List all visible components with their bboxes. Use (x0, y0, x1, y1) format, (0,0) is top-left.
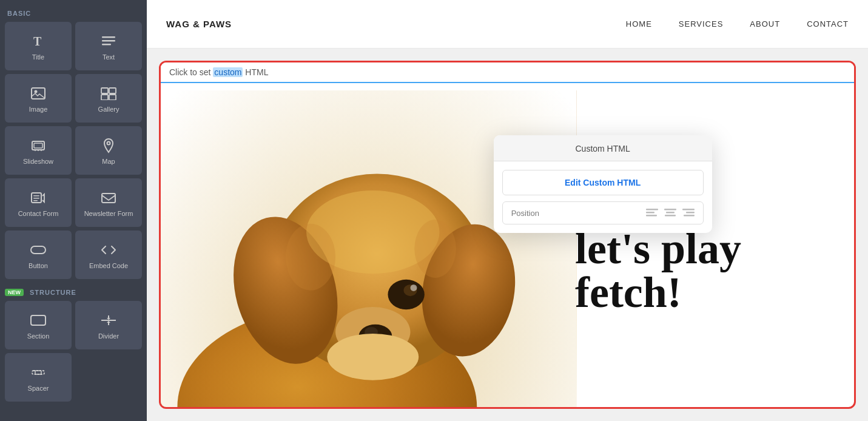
sidebar-item-newsletter[interactable]: Newsletter Form (75, 178, 142, 227)
sidebar-item-title[interactable]: T Title (5, 22, 72, 70)
sidebar-item-label-section: Section (27, 332, 50, 340)
svg-rect-22 (31, 315, 45, 325)
sidebar-item-label-map: Map (102, 158, 115, 165)
align-right-icon[interactable] (682, 208, 695, 218)
svg-point-45 (286, 224, 335, 291)
nav-services[interactable]: SERVICES (679, 19, 724, 29)
svg-point-12 (35, 150, 36, 151)
sidebar-item-label-title: Title (32, 53, 44, 61)
basic-items-grid: T Title Text (5, 22, 142, 279)
text-icon (99, 33, 118, 50)
svg-rect-49 (646, 215, 657, 217)
gallery-icon (99, 85, 118, 102)
custom-html-dialog: Custom HTML Edit Custom HTML Position (494, 135, 712, 233)
structure-items-grid: Section Divider S (5, 301, 142, 402)
dialog-body: Edit Custom HTML Position (494, 161, 712, 233)
position-label: Position (511, 209, 639, 218)
svg-point-13 (38, 150, 39, 151)
dialog-position-row: Position (502, 201, 704, 224)
svg-point-40 (410, 285, 417, 291)
svg-marker-26 (107, 318, 110, 320)
svg-rect-18 (33, 198, 39, 199)
sidebar-item-label-divider: Divider (98, 332, 119, 340)
svg-rect-9 (109, 95, 116, 100)
align-left-icon[interactable] (646, 208, 658, 218)
svg-rect-28 (32, 371, 44, 374)
svg-text:T: T (33, 35, 42, 48)
svg-rect-54 (686, 212, 695, 214)
sidebar-item-spacer[interactable]: Spacer (5, 353, 72, 402)
sidebar-item-label-slideshow: Slideshow (23, 158, 53, 165)
newsletter-icon (99, 189, 118, 206)
svg-rect-20 (102, 194, 115, 203)
embed-code-icon (99, 241, 118, 258)
brand-name: WAG & PAWS (166, 19, 232, 29)
svg-rect-11 (34, 143, 42, 148)
sidebar-item-label-text: Text (103, 53, 115, 61)
svg-rect-1 (102, 36, 115, 38)
sidebar-item-contact-form[interactable]: Contact Form (5, 178, 72, 227)
sidebar-item-label-image: Image (29, 106, 48, 113)
sidebar-item-label-embed-code: Embed Code (89, 262, 128, 269)
svg-rect-53 (682, 209, 695, 210)
spacer-icon (29, 364, 48, 381)
sidebar: BASIC T Title Text (0, 0, 147, 421)
svg-rect-21 (31, 246, 45, 254)
canvas-area: Click to set custom HTML (147, 49, 868, 421)
main-area: WAG & PAWS HOME SERVICES ABOUT CONTACT C… (147, 0, 868, 421)
image-icon (29, 85, 48, 102)
structure-section-label: STRUCTURE (30, 289, 76, 296)
sidebar-item-label-button: Button (29, 262, 48, 269)
svg-point-15 (107, 142, 110, 145)
sidebar-item-embed-code[interactable]: Embed Code (75, 231, 142, 279)
svg-rect-3 (102, 44, 111, 45)
svg-rect-29 (35, 371, 41, 374)
svg-point-46 (414, 220, 456, 278)
svg-point-14 (41, 150, 42, 151)
section-icon (29, 312, 48, 329)
custom-html-bar[interactable]: Click to set custom HTML (161, 62, 854, 83)
basic-section-label: BASIC (7, 10, 140, 17)
nav-home[interactable]: HOME (626, 19, 652, 29)
svg-rect-48 (646, 212, 654, 214)
svg-rect-55 (684, 215, 695, 217)
contact-form-icon (29, 189, 48, 206)
align-center-icon[interactable] (664, 208, 676, 218)
svg-rect-17 (33, 195, 39, 197)
sidebar-item-button[interactable]: Button (5, 231, 72, 279)
svg-marker-27 (107, 321, 110, 323)
svg-point-5 (35, 90, 38, 93)
sidebar-item-map[interactable]: Map (75, 126, 142, 175)
map-icon (99, 137, 118, 154)
svg-rect-47 (646, 209, 658, 210)
svg-rect-52 (665, 215, 676, 217)
svg-rect-19 (33, 200, 38, 201)
top-navigation: WAG & PAWS HOME SERVICES ABOUT CONTACT (147, 0, 868, 49)
sidebar-item-image[interactable]: Image (5, 74, 72, 123)
sidebar-item-label-gallery: Gallery (98, 106, 119, 113)
svg-point-44 (327, 334, 419, 380)
divider-icon (99, 312, 118, 329)
svg-rect-51 (666, 212, 675, 214)
sidebar-item-divider[interactable]: Divider (75, 301, 142, 349)
sidebar-item-text[interactable]: Text (75, 22, 142, 70)
sidebar-item-label-spacer: Spacer (28, 385, 49, 392)
button-icon (29, 241, 48, 258)
nav-about[interactable]: ABOUT (750, 19, 780, 29)
svg-rect-6 (101, 88, 108, 93)
edit-custom-html-button[interactable]: Edit Custom HTML (502, 170, 704, 195)
position-icons (646, 208, 695, 218)
slideshow-icon (29, 137, 48, 154)
nav-links: HOME SERVICES ABOUT CONTACT (626, 19, 849, 29)
new-badge: NEW (5, 289, 24, 296)
canvas-section[interactable]: Click to set custom HTML (159, 61, 856, 409)
custom-html-placeholder: Click to set custom HTML (169, 67, 268, 77)
sidebar-item-gallery[interactable]: Gallery (75, 74, 142, 123)
svg-rect-50 (664, 209, 676, 210)
dialog-header: Custom HTML (494, 135, 712, 161)
sidebar-item-section[interactable]: Section (5, 301, 72, 349)
sidebar-item-slideshow[interactable]: Slideshow (5, 126, 72, 175)
svg-rect-7 (109, 88, 116, 93)
nav-contact[interactable]: CONTACT (807, 19, 849, 29)
title-icon: T (29, 33, 48, 50)
